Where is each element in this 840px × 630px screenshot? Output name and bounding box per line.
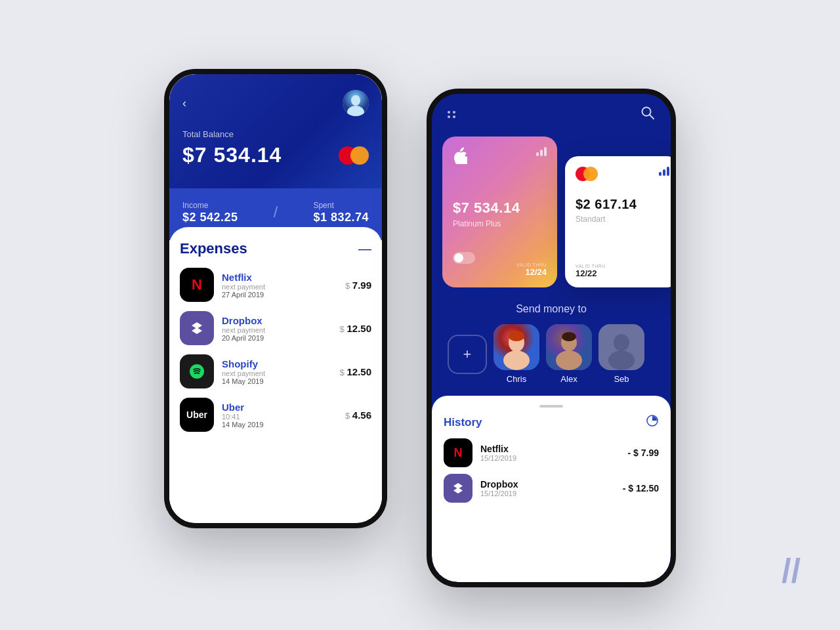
send-money-title: Send money to — [448, 303, 655, 315]
phones-container: ‹ — [164, 43, 676, 587]
contact-alex[interactable]: Alex — [546, 324, 592, 384]
p1-body: Expenses — N Netflix next payment 27 Apr… — [169, 227, 382, 523]
dropbox-icon — [180, 311, 214, 345]
svg-point-18 — [608, 350, 635, 370]
card-valid-section-dark: VALID THRU 12/22 — [576, 264, 606, 278]
back-button[interactable]: ‹ — [182, 96, 186, 110]
chris-avatar — [494, 324, 539, 370]
spent-stat: Spent $1 832.74 — [313, 199, 369, 224]
dropbox-history-icon — [444, 474, 472, 503]
expense-name: Uber — [222, 402, 337, 413]
drag-handle — [539, 405, 563, 408]
card-signal-icon — [536, 147, 547, 156]
add-contact-button[interactable]: + — [448, 335, 487, 374]
contact-chris[interactable]: Chris — [494, 324, 539, 384]
p1-header-top: ‹ — [182, 90, 369, 116]
netflix-history-icon: N — [444, 438, 472, 467]
expenses-menu-icon[interactable]: — — [358, 242, 371, 257]
expense-amount: $ 12.50 — [340, 323, 371, 334]
p2-send: Send money to + — [432, 294, 671, 390]
phone-2: $7 534.14 Platinum Plus VALID THRU 12/24 — [427, 89, 676, 587]
app-container: ‹ — [0, 0, 840, 630]
chart-icon[interactable] — [646, 414, 659, 430]
history-name: Dropbox — [480, 479, 615, 490]
card-toggle[interactable] — [453, 252, 475, 264]
balance-amount: $7 534.14 — [182, 143, 282, 167]
phone-2-inner: $7 534.14 Platinum Plus VALID THRU 12/24 — [432, 94, 671, 582]
apple-card[interactable]: $7 534.14 Platinum Plus VALID THRU 12/24 — [442, 136, 557, 287]
chris-name: Chris — [507, 374, 526, 384]
history-info: Dropbox 15/12/2019 — [480, 479, 615, 497]
svg-marker-21 — [453, 488, 463, 494]
valid-label: VALID THRU — [516, 262, 547, 267]
stat-divider: / — [274, 203, 278, 221]
history-name: Netflix — [480, 444, 620, 454]
mastercard-card[interactable]: $2 617.14 Standart VALID THRU 12/22 — [565, 156, 671, 287]
valid-date: 12/24 — [516, 267, 547, 277]
expense-label: next payment — [222, 326, 332, 334]
history-amount: - $ 7.99 — [628, 448, 659, 458]
history-title: History — [444, 416, 482, 429]
expense-label: next payment — [222, 283, 337, 291]
alex-avatar — [546, 324, 592, 370]
balance-label: Total Balance — [182, 129, 369, 139]
seb-name: Seb — [614, 374, 629, 384]
expense-date: 14 May 2019 — [222, 421, 337, 429]
expense-amount: $ 12.50 — [340, 366, 371, 377]
menu-dots-icon[interactable] — [448, 111, 455, 118]
contact-seb[interactable]: Seb — [598, 324, 644, 384]
phone-1-inner: ‹ — [169, 74, 382, 523]
avatar[interactable] — [343, 90, 369, 116]
svg-point-1 — [351, 95, 360, 106]
card-valid-section: VALID THRU 12/24 — [516, 262, 547, 277]
income-stat: Income $2 542.25 — [182, 199, 238, 224]
card-type: Platinum Plus — [453, 219, 547, 228]
search-button[interactable] — [640, 106, 655, 123]
svg-point-17 — [614, 334, 629, 351]
p2-history: History N Netflix 15/12 — [432, 396, 671, 582]
expense-uber[interactable]: Uber Uber 10:41 14 May 2019 $ 4.56 — [180, 398, 371, 432]
svg-point-15 — [562, 332, 576, 341]
uber-icon: Uber — [180, 398, 214, 432]
p2-cards: $7 534.14 Platinum Plus VALID THRU 12/24 — [432, 130, 671, 294]
card-amount: $7 534.14 — [453, 200, 547, 217]
history-netflix[interactable]: N Netflix 15/12/2019 - $ 7.99 — [444, 438, 659, 467]
expense-info: Netflix next payment 27 April 2019 — [222, 272, 337, 299]
card-signal-icon — [659, 167, 669, 176]
expense-info: Shopify next payment 14 May 2019 — [222, 358, 332, 385]
alex-name: Alex — [560, 374, 577, 384]
valid-label-dark: VALID THRU — [576, 264, 606, 268]
svg-point-14 — [556, 350, 582, 370]
expense-info: Dropbox next payment 20 April 2019 — [222, 315, 332, 342]
history-item2[interactable]: Dropbox 15/12/2019 - $ 12.50 — [444, 474, 659, 503]
p1-header: ‹ — [169, 74, 382, 188]
spotify-icon — [180, 354, 214, 388]
expense-date: 27 April 2019 — [222, 291, 337, 299]
expense-name: Shopify — [222, 358, 332, 369]
mastercard-logo — [576, 167, 669, 181]
balance-row: $7 534.14 — [182, 143, 369, 167]
svg-marker-4 — [192, 327, 202, 334]
expense-dropbox[interactable]: Dropbox next payment 20 April 2019 $ 12.… — [180, 311, 371, 345]
expense-shopify[interactable]: Shopify next payment 14 May 2019 $ 12.50 — [180, 354, 371, 388]
apple-logo — [453, 147, 547, 167]
send-list: + — [448, 324, 655, 384]
history-header: History — [444, 414, 659, 430]
expenses-header: Expenses — — [180, 240, 371, 257]
history-amount: - $ 12.50 — [623, 483, 659, 494]
history-date: 15/12/2019 — [480, 490, 615, 497]
svg-point-10 — [503, 350, 530, 370]
card-amount: $2 617.14 — [576, 197, 669, 212]
income-spent: Income $2 542.25 / Spent $1 832.74 — [182, 199, 369, 224]
svg-line-7 — [650, 115, 654, 119]
netflix-icon: N — [180, 268, 214, 302]
svg-point-11 — [509, 331, 524, 341]
expense-label: next payment — [222, 369, 332, 377]
spent-amount: $1 832.74 — [313, 211, 369, 224]
valid-date-dark: 12/22 — [576, 268, 606, 278]
history-info: Netflix 15/12/2019 — [480, 444, 620, 462]
p2-header-bar — [432, 94, 671, 130]
expense-netflix[interactable]: N Netflix next payment 27 April 2019 $ 7… — [180, 268, 371, 302]
expense-label: 10:41 — [222, 413, 337, 421]
income-amount: $2 542.25 — [182, 211, 238, 224]
